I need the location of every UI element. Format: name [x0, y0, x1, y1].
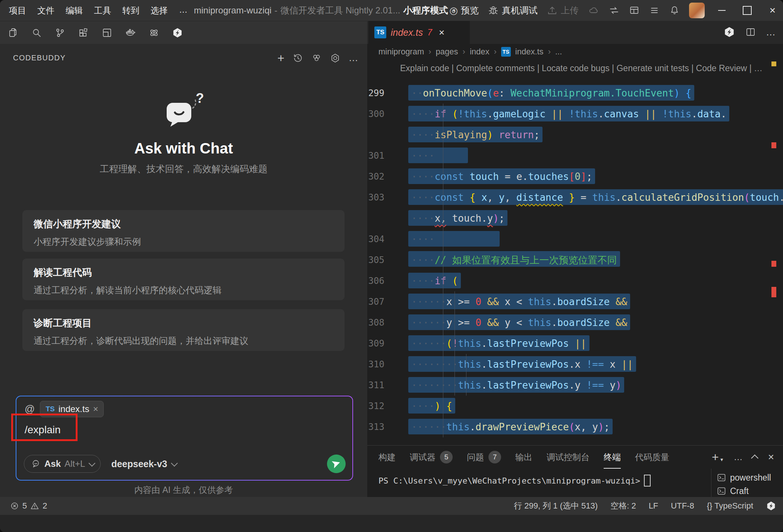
preview-button[interactable]: ◎ 预览 [449, 4, 479, 16]
code-line[interactable]: 301···· [367, 145, 783, 166]
breadcrumb-more[interactable]: ... [555, 47, 562, 57]
menu-item[interactable]: 项目 [9, 5, 26, 16]
code-line[interactable]: 313······this.drawPreviewPiece(x, y); [367, 417, 783, 437]
code-line[interactable]: 306····if ( [367, 270, 783, 291]
warning-icon [30, 501, 40, 511]
cloud-icon[interactable] [588, 5, 600, 16]
code-line[interactable]: 309······(!this.lastPreviewPos || [367, 333, 783, 354]
menu-item[interactable]: 文件 [37, 5, 54, 16]
suggestion-card[interactable]: 微信小程序开发建议小程序开发建议步骤和示例 [22, 210, 345, 252]
breadcrumb-item[interactable]: pages [436, 47, 458, 57]
suggestion-card[interactable]: 诊断工程项目通过工程分析，诊断代码出现的问题，并给出评审建议 [22, 309, 345, 351]
new-chat-button[interactable]: + [277, 53, 284, 63]
close-button[interactable]: × [764, 2, 781, 19]
model-selector[interactable]: deepseek-v3 [111, 459, 176, 469]
cursor-position[interactable]: 行 299, 列 1 (选中 513) [514, 500, 598, 512]
send-button[interactable] [327, 455, 346, 473]
user-avatar[interactable] [689, 3, 705, 18]
mode-selector[interactable]: 小程序模式 [403, 4, 448, 16]
code-line[interactable]: 304···· [367, 229, 783, 250]
more-actions-icon[interactable]: … [349, 52, 359, 64]
code-line[interactable]: ····isPlaying) return; [367, 124, 783, 145]
panel-tab-调试器[interactable]: 调试器5 [410, 446, 453, 469]
code-line[interactable]: 305····// 如果位置有效且与上一次预览位置不同 [367, 250, 783, 270]
menu-item[interactable]: 工具 [94, 5, 111, 16]
code-line[interactable]: 312····) { [367, 396, 783, 417]
panel-maximize-icon[interactable] [751, 455, 758, 462]
editor-more-actions-icon[interactable]: … [766, 26, 776, 38]
codebuddy-icon[interactable] [723, 26, 735, 38]
history-icon[interactable] [293, 53, 303, 63]
language-mode[interactable]: {} TypeScript [707, 501, 753, 511]
device-debug-button[interactable]: 真机调试 [488, 4, 538, 16]
problems-status[interactable]: 5 2 [0, 501, 47, 511]
code-token [545, 108, 551, 120]
code-editor[interactable]: Explain code | Complete comments | Locat… [367, 60, 783, 445]
docker-icon[interactable] [125, 27, 136, 38]
terminal[interactable]: PS C:\Users\v_myye\WeChatProjects\minipr… [378, 475, 651, 487]
menu-item[interactable]: 选择 [151, 5, 168, 16]
orbit-icon[interactable] [148, 27, 160, 38]
code-line[interactable]: 311········this.lastPreviewPos.y !== y) [367, 375, 783, 396]
code-line[interactable]: 303····const { x, y, distance } = this.c… [367, 187, 783, 208]
commands-knot-icon[interactable] [311, 53, 322, 63]
menu-item[interactable]: … [179, 5, 188, 16]
maximize-button[interactable] [739, 2, 755, 19]
code-line[interactable]: 310········this.lastPreviewPos.x !== x |… [367, 354, 783, 375]
settings-gear-icon[interactable] [330, 53, 340, 63]
new-terminal-button[interactable]: +▼ [712, 450, 724, 464]
code-line[interactable]: 299··onTouchMove(e: WechatMiniprogram.To… [367, 83, 783, 104]
code-line[interactable]: 308······y >= 0 && y < this.boardSize && [367, 312, 783, 333]
copy-files-icon[interactable] [7, 27, 19, 38]
breadcrumb-item[interactable]: miniprogram [378, 47, 424, 57]
extensions-icon[interactable] [78, 27, 89, 38]
code-token: ) [598, 421, 604, 433]
panel-tab-问题[interactable]: 问题7 [467, 446, 501, 469]
code-line[interactable]: 307······x >= 0 && x < this.boardSize && [367, 291, 783, 312]
code-line[interactable]: 300····if (!this.gameLogic || !this.canv… [367, 104, 783, 124]
notifications-bell-icon[interactable] [669, 5, 680, 16]
tab-close-icon[interactable]: × [439, 27, 444, 38]
minimize-button[interactable] [714, 2, 730, 19]
panel-tab-输出[interactable]: 输出 [515, 446, 532, 469]
code-token: this [458, 359, 481, 370]
shell-item-powershell[interactable]: powershell [717, 471, 783, 484]
breadcrumb-item[interactable]: index [470, 47, 490, 57]
hamburger-menu-icon[interactable] [649, 5, 660, 16]
shell-item-Craft[interactable]: Craft [717, 484, 783, 498]
codelens-actions[interactable]: Explain code | Complete comments | Locat… [400, 63, 762, 73]
panel-tab-代码质量[interactable]: 代码质量 [635, 446, 669, 469]
panel-tab-终端[interactable]: 终端 [604, 446, 621, 469]
split-editor-icon[interactable] [745, 26, 756, 38]
code-line[interactable]: ····x, touch.y); [367, 208, 783, 229]
menu-item[interactable]: 转到 [122, 5, 139, 16]
panel-layout-icon[interactable] [101, 27, 113, 38]
source-control-icon[interactable] [54, 27, 66, 38]
upload-button[interactable]: 上传 [547, 4, 579, 16]
code-token: ( [569, 421, 575, 433]
mode-selector-pill[interactable]: Ask Alt+L [24, 455, 101, 473]
breadcrumb-file[interactable]: index.ts [515, 47, 544, 57]
panel-tab-调试控制台[interactable]: 调试控制台 [547, 446, 589, 469]
breadcrumb[interactable]: miniprogram›pages›index›TSindex.ts›... [367, 44, 783, 60]
layout-icon[interactable] [629, 5, 640, 16]
codebuddy-icon[interactable] [172, 27, 183, 38]
panel-tab-构建[interactable]: 构建 [378, 446, 396, 469]
chip-close-icon[interactable]: × [93, 404, 98, 414]
mention-icon[interactable]: @ [25, 403, 35, 415]
panel-more-icon[interactable]: … [734, 452, 743, 462]
code-token: , [505, 192, 516, 203]
encoding-setting[interactable]: UTF-8 [671, 501, 694, 511]
code-line[interactable]: 302····const touch = e.touches[0]; [367, 166, 783, 187]
tab-index-ts[interactable]: TS index.ts 7 × [368, 21, 470, 44]
menu-item[interactable]: 编辑 [66, 5, 83, 16]
codebuddy-status-icon[interactable] [766, 501, 776, 511]
indent-setting[interactable]: 空格: 2 [610, 500, 636, 512]
shell-name: powershell [730, 473, 771, 483]
code-token: x [604, 359, 622, 370]
sync-icon[interactable] [609, 5, 620, 16]
search-icon[interactable] [31, 27, 42, 38]
panel-close-icon[interactable]: × [768, 451, 774, 463]
eol-setting[interactable]: LF [649, 501, 658, 511]
suggestion-card[interactable]: 解读工程代码通过工程分析，解读当前小程序的核心代码逻辑 [22, 259, 345, 300]
